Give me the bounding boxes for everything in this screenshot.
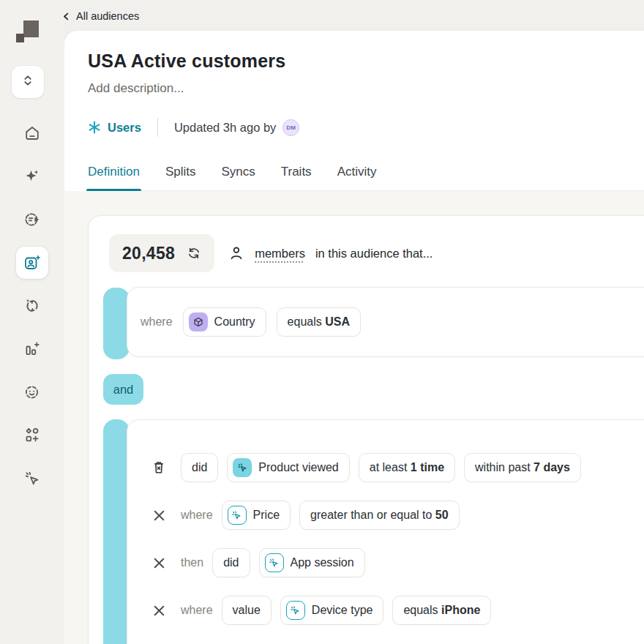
workspace-switcher[interactable] [12,66,44,98]
property-chip-country[interactable]: Country [183,307,266,337]
close-icon [152,604,166,618]
meta-row: Users Updated 3h ago by DM [88,118,644,137]
definition-section: 20,458 [64,191,644,644]
remove-row-button[interactable] [149,556,168,570]
event-chip-product-viewed[interactable]: Product viewed [227,453,349,482]
event-property-icon [286,601,305,620]
face-scan-icon [23,383,41,401]
frequency-chip[interactable]: at least 1 time [359,453,455,482]
refresh-button[interactable] [187,246,201,261]
sidebar-item-home[interactable] [16,117,48,149]
keyword-then: then [181,556,203,569]
page-header: USA Active customers Add description... … [64,31,644,191]
members-row: 20,458 [109,234,644,272]
keyword-where: where [181,604,213,617]
entity-label: Users [108,121,141,135]
shapes-plus-icon [23,427,41,444]
app-logo [16,20,40,43]
home-icon [23,124,41,142]
person-icon [228,245,244,261]
sidebar-item-journeys[interactable] [16,203,48,236]
verb-chip-did[interactable]: did [181,453,218,482]
event-icon [233,458,252,477]
tab-syncs[interactable]: Syncs [221,165,255,190]
sidebar-item-sync[interactable] [16,290,48,322]
member-count: 20,458 [122,244,175,263]
condition-card-country: where Country equals USA [127,287,644,357]
window-chip[interactable]: within past 7 days [464,453,581,482]
sync-loop-icon [23,297,41,315]
audience-suffix-text: in this audience that... [315,247,433,261]
snowflake-icon [88,121,101,134]
breadcrumb-label: All audiences [76,10,139,22]
sidebar-item-unify[interactable] [16,376,48,408]
page-title: USA Active customers [88,50,644,72]
tab-activity[interactable]: Activity [337,165,377,190]
refresh-icon [187,246,201,261]
event-icon [265,553,284,572]
cube-icon [189,312,208,332]
journeys-icon [23,211,41,228]
condition-group-1: where Country equals USA [103,287,644,357]
sidebar-item-activation[interactable] [16,463,48,495]
tab-definition[interactable]: Definition [88,165,140,190]
remove-row-button[interactable] [149,509,168,523]
breadcrumb-back[interactable]: All audiences [61,8,139,24]
entity-users-link[interactable]: Users [88,121,141,135]
property-label: Country [214,315,255,329]
sidebar-item-ai[interactable] [16,160,48,192]
sidebar-item-catalog[interactable] [16,419,48,452]
chevron-up-down-icon [20,72,36,91]
condition-row-session: then did App session [149,548,644,577]
delete-condition-button[interactable] [149,459,168,476]
updated-info: Updated 3h ago by DM [174,119,299,136]
sidebar-item-analytics[interactable] [16,333,48,365]
condition-group-bar [103,419,130,644]
audiences-person-icon [23,254,41,272]
sparkle-icon [23,168,41,185]
vertical-divider [157,118,158,137]
remove-row-button[interactable] [149,604,168,618]
condition-card-event: did Product viewed at least 1 time [127,419,644,644]
description-placeholder[interactable]: Add description... [88,81,644,96]
keyword-where: where [141,315,173,329]
chevron-left-icon [61,12,71,21]
close-icon [152,509,166,523]
close-icon [152,556,166,570]
scope-chip-value[interactable]: value [222,596,272,625]
property-chip-device-type[interactable]: Device type [280,596,384,625]
condition-row-event: did Product viewed at least 1 time [149,453,644,482]
operator-chip-equals-usa[interactable]: equals USA [277,307,361,337]
tab-bar: Definition Splits Syncs Traits Activity [88,165,644,191]
updated-text: Updated 3h ago by [174,121,276,135]
tab-splits[interactable]: Splits [165,165,196,190]
condition-group-bar [103,288,130,359]
cursor-sparkle-icon [23,470,41,487]
trash-icon [150,459,168,476]
condition-group-2: did Product viewed at least 1 time [103,419,644,644]
main-content: USA Active customers Add description... … [64,31,644,644]
verb-chip-did[interactable]: did [212,548,250,577]
chart-plus-icon [23,340,41,358]
logic-operator-pill[interactable]: and [103,374,143,405]
sidebar-item-audiences[interactable] [16,247,48,279]
condition-row-device: where value Device type equals iPhone [149,596,644,625]
definition-panel: 20,458 [88,215,644,644]
condition-row-price: where Price greater than or equal to 50 [149,501,644,530]
tab-traits[interactable]: Traits [281,165,312,190]
member-count-pill: 20,458 [109,234,214,272]
operator-chip-equals-iphone[interactable]: equals iPhone [392,596,491,625]
members-link[interactable]: members [255,247,305,261]
keyword-where: where [181,509,213,522]
property-chip-price[interactable]: Price [222,501,291,530]
avatar: DM [282,119,299,136]
event-chip-app-session[interactable]: App session [259,548,365,577]
event-property-icon [228,506,247,525]
sidebar [0,0,64,644]
operator-chip-gte-50[interactable]: greater than or equal to 50 [299,501,460,530]
